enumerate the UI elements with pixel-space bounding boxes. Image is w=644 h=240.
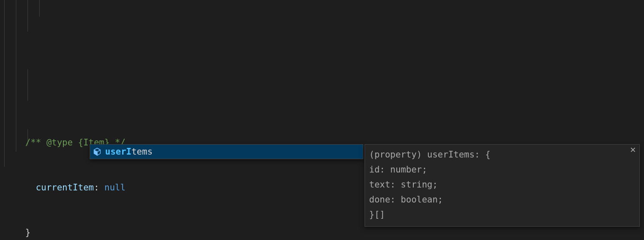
documentation-popup: ✕ (property) userItems: { id: number; te… xyxy=(365,144,640,227)
doc-line: text: string; xyxy=(369,177,635,192)
doc-line: }[] xyxy=(369,207,635,222)
doc-line: (property) userItems: { xyxy=(369,147,635,162)
doc-line: done: boolean; xyxy=(369,192,635,207)
doc-line: id: number; xyxy=(369,162,635,177)
code-line: } xyxy=(0,225,644,240)
field-icon xyxy=(93,147,102,156)
autocomplete-label: userItems xyxy=(105,144,153,159)
autocomplete-popup[interactable]: userItems xyxy=(90,144,363,159)
close-icon[interactable]: ✕ xyxy=(630,146,636,154)
autocomplete-item[interactable]: userItems xyxy=(90,145,363,159)
